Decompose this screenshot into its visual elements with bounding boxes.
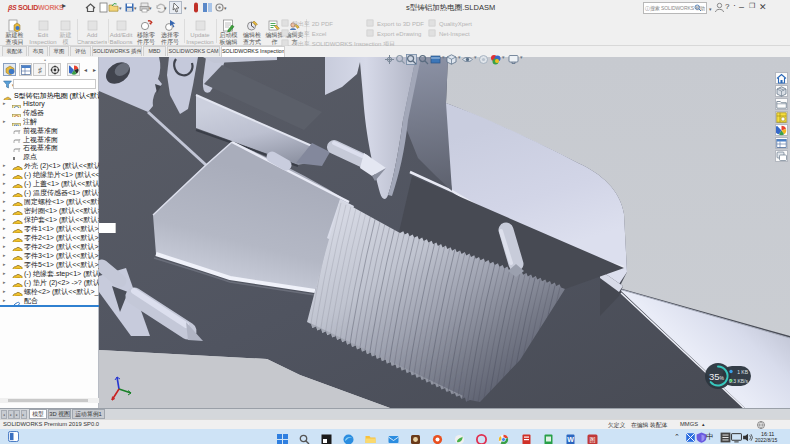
svg-text:♯: ♯ [38,66,42,75]
svg-text:W: W [567,436,574,443]
svg-text:1 KB: 1 KB [737,369,749,375]
svg-text:0.3 KB/s: 0.3 KB/s [729,378,748,384]
svg-text:图: 图 [590,437,596,444]
